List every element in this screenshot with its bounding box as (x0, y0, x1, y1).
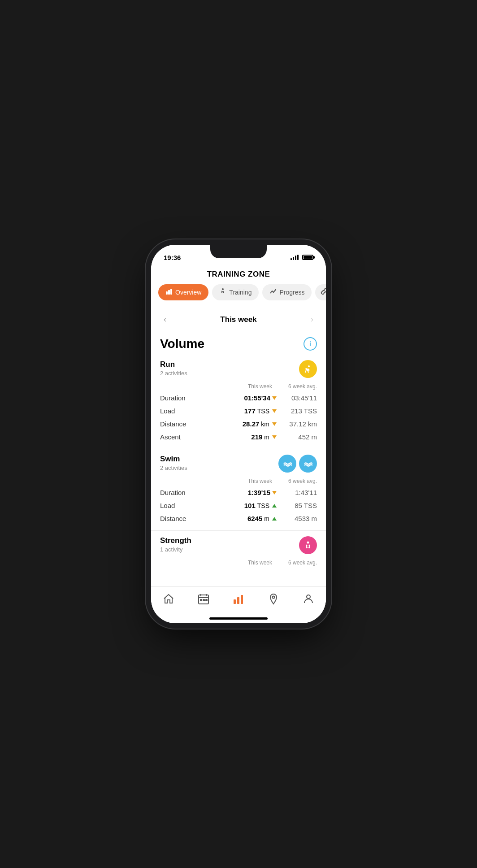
run-distance-value: 28.27 km (223, 420, 277, 428)
swim-section: Swim 2 activities (151, 449, 326, 531)
swim-distance-avg: 4533 m (277, 515, 317, 522)
swim-icon-2 (299, 455, 317, 473)
tab-training[interactable]: Training (212, 284, 259, 300)
strength-this-week-header: This week (227, 560, 272, 566)
swim-name: Swim (160, 455, 187, 464)
strength-count: 1 activity (160, 546, 191, 553)
scroll-body[interactable]: ‹ This week › Volume i Run 2 activities (151, 308, 326, 623)
swim-load-value: 101 TSS (223, 502, 277, 509)
swim-info: Swim 2 activities (160, 455, 187, 471)
run-info: Run 2 activities (160, 360, 187, 377)
run-count: 2 activities (160, 370, 187, 377)
svg-rect-2 (170, 289, 172, 295)
progress-icon (269, 288, 277, 297)
swim-header: Swim 2 activities (160, 455, 317, 473)
run-distance-row: Distance 28.27 km 37.12 km (160, 417, 317, 430)
run-header: Run 2 activities (160, 360, 317, 378)
phone-frame: 19:36 TRAINING ZONE (151, 245, 326, 623)
run-ascent-avg: 452 m (277, 433, 317, 441)
svg-rect-1 (168, 290, 170, 295)
run-duration-avg: 03:45'11 (277, 394, 317, 402)
link-icon (321, 288, 326, 297)
run-distance-label: Distance (160, 420, 223, 428)
strength-stats-header: This week 6 week avg. (160, 560, 317, 566)
location-icon (268, 593, 279, 605)
calendar-icon (198, 593, 209, 605)
swim-count: 2 activities (160, 464, 187, 471)
svg-point-5 (307, 542, 309, 544)
stats-icon (233, 593, 244, 605)
run-load-row: Load 177 TSS 213 TSS (160, 404, 317, 417)
swim-load-avg: 85 TSS (277, 502, 317, 509)
strength-info: Strength 1 activity (160, 536, 191, 553)
run-load-arrow (272, 409, 277, 413)
run-distance-avg: 37.12 km (277, 420, 317, 428)
nav-profile-button[interactable] (295, 591, 321, 607)
nav-stats-button[interactable] (225, 591, 252, 607)
svg-point-19 (307, 595, 310, 599)
battery-icon (302, 255, 313, 260)
volume-title: Volume (160, 337, 204, 351)
run-name: Run (160, 360, 187, 369)
nav-home-button[interactable] (156, 591, 182, 607)
nav-calendar-button[interactable] (191, 591, 217, 607)
signal-icon (291, 255, 299, 260)
tab-other[interactable] (315, 284, 326, 300)
app-header: TRAINING ZONE (151, 266, 326, 284)
info-icon: i (309, 340, 311, 347)
tab-overview-label: Overview (175, 289, 201, 296)
run-duration-arrow (272, 396, 277, 400)
strength-header: Strength 1 activity (160, 536, 317, 554)
swim-duration-arrow (272, 491, 277, 495)
nav-tabs: Overview Training Progre (151, 284, 326, 308)
tab-overview[interactable]: Overview (158, 284, 208, 300)
nav-location-button[interactable] (260, 591, 286, 607)
status-icons (291, 255, 313, 260)
swim-load-arrow (272, 504, 277, 508)
svg-point-3 (222, 288, 224, 290)
run-avg-header: 6 week avg. (272, 383, 317, 390)
swim-avg-header: 6 week avg. (272, 478, 317, 484)
next-week-button[interactable]: › (307, 313, 317, 326)
prev-week-button[interactable]: ‹ (160, 313, 170, 326)
run-ascent-arrow (272, 435, 277, 439)
volume-info-button[interactable]: i (304, 337, 317, 351)
tab-progress[interactable]: Progress (262, 284, 312, 300)
home-bar (209, 617, 268, 620)
svg-rect-0 (166, 291, 168, 295)
swim-duration-label: Duration (160, 489, 223, 496)
phone-notch (210, 245, 267, 258)
svg-rect-17 (241, 595, 243, 604)
swim-distance-value: 6245 m (223, 515, 277, 522)
status-time: 19:36 (164, 254, 181, 261)
run-icon (299, 360, 317, 378)
run-ascent-label: Ascent (160, 433, 223, 441)
swim-stats-header: This week 6 week avg. (160, 478, 317, 484)
run-ascent-value: 219 m (223, 433, 277, 441)
run-load-label: Load (160, 407, 223, 415)
swim-this-week-header: This week (227, 478, 272, 484)
swim-duration-avg: 1:43'11 (277, 489, 317, 496)
phone-screen: 19:36 TRAINING ZONE (151, 245, 326, 623)
run-load-avg: 213 TSS (277, 407, 317, 415)
run-ascent-row: Ascent 219 m 452 m (160, 430, 317, 443)
run-load-value: 177 TSS (223, 407, 277, 415)
svg-point-18 (273, 596, 275, 599)
svg-point-4 (308, 365, 310, 367)
run-duration-label: Duration (160, 394, 223, 402)
week-navigator: ‹ This week › (151, 308, 326, 331)
week-label: This week (220, 315, 256, 324)
run-icons (299, 360, 317, 378)
strength-icon (299, 536, 317, 554)
home-icon (163, 593, 174, 605)
swim-distance-label: Distance (160, 515, 223, 522)
run-distance-arrow (272, 422, 277, 426)
svg-rect-12 (200, 599, 202, 601)
run-stats-header: This week 6 week avg. (160, 383, 317, 390)
svg-rect-16 (237, 597, 239, 604)
swim-icons (278, 455, 317, 473)
swim-load-row: Load 101 TSS 85 TSS (160, 499, 317, 512)
swim-icon-1 (278, 455, 296, 473)
profile-icon (303, 593, 314, 605)
run-duration-row: Duration 01:55'34 03:45'11 (160, 391, 317, 404)
